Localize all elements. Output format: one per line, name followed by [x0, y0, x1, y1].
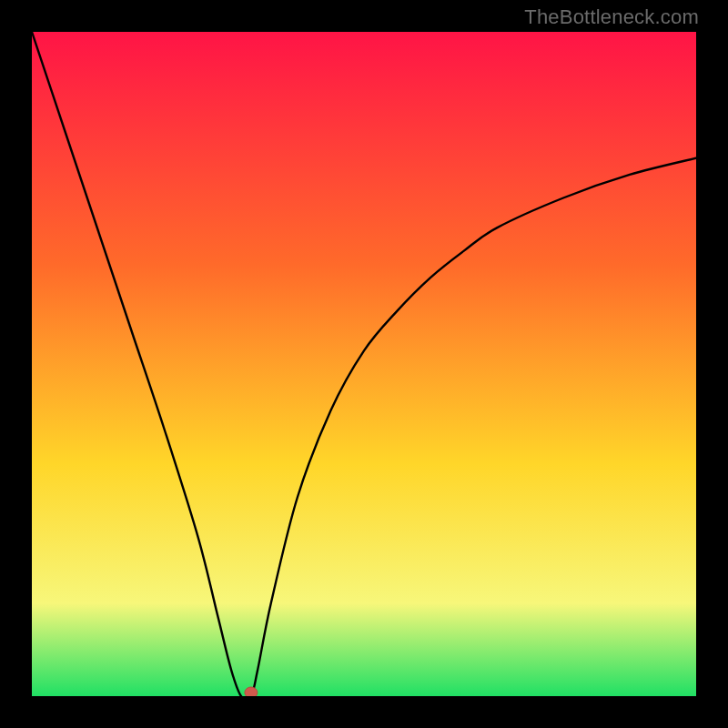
plot-area — [32, 32, 696, 696]
gradient-background — [32, 32, 696, 696]
minimum-marker-icon — [245, 687, 258, 696]
chart-frame: TheBottleneck.com — [0, 0, 728, 728]
watermark-label: TheBottleneck.com — [524, 5, 699, 29]
bottleneck-chart — [32, 32, 696, 696]
